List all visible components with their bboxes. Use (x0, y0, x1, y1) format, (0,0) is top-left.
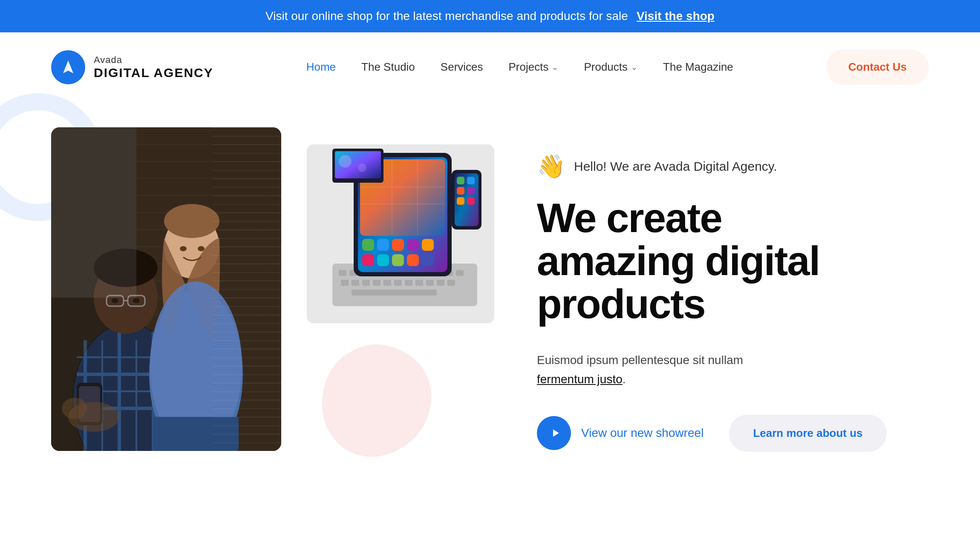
svg-point-46 (180, 246, 187, 251)
svg-rect-103 (467, 187, 475, 195)
nav-item-magazine[interactable]: The Magazine (663, 60, 733, 74)
svg-rect-100 (457, 177, 464, 184)
device-photo (307, 144, 494, 323)
svg-rect-91 (422, 239, 434, 251)
logo-brand: Avada (94, 55, 213, 66)
svg-rect-77 (447, 280, 455, 286)
hero-section: S (0, 102, 980, 498)
svg-rect-88 (377, 239, 389, 251)
svg-rect-101 (467, 177, 475, 184)
device-inner (307, 144, 494, 323)
hero-image-middle (307, 127, 494, 464)
svg-point-37 (133, 298, 140, 303)
hero-headline: We create amazing digital products (537, 197, 929, 325)
svg-rect-104 (457, 197, 464, 205)
svg-rect-96 (422, 254, 434, 266)
hero-greeting: 👋 Hello! We are Avada Digital Agency. (537, 153, 929, 180)
svg-rect-92 (362, 254, 374, 266)
svg-rect-102 (457, 187, 464, 195)
svg-rect-73 (405, 280, 412, 286)
chevron-down-icon: ⌄ (631, 63, 637, 72)
svg-rect-49 (153, 417, 239, 451)
svg-rect-72 (394, 280, 402, 286)
learn-more-button[interactable]: Learn more about us (729, 415, 886, 452)
logo-icon (51, 50, 85, 84)
nav-item-projects[interactable]: Projects ⌄ (509, 60, 559, 74)
svg-point-45 (164, 204, 219, 238)
play-icon (537, 416, 571, 450)
blob-shape (307, 336, 443, 464)
svg-rect-105 (467, 197, 475, 205)
svg-rect-66 (456, 270, 464, 276)
svg-rect-90 (407, 239, 419, 251)
nav-item-home[interactable]: Home (306, 60, 336, 74)
logo-agency-name: DIGITAL AGENCY (94, 66, 213, 80)
svg-rect-55 (339, 270, 346, 276)
hero-actions: View our new showreel Learn more about u… (537, 415, 929, 452)
svg-point-110 (358, 164, 366, 172)
logo-text: Avada DIGITAL AGENCY (94, 55, 213, 80)
svg-rect-87 (362, 239, 374, 251)
svg-rect-76 (437, 280, 444, 286)
svg-point-47 (198, 246, 205, 251)
svg-rect-95 (407, 254, 419, 266)
showreel-button[interactable]: View our new showreel (537, 416, 703, 450)
svg-rect-75 (426, 280, 434, 286)
banner-message: Visit our online shop for the latest mer… (265, 9, 628, 23)
svg-rect-71 (383, 280, 391, 286)
people-photo: S (51, 127, 281, 451)
shop-link[interactable]: Visit the shop (637, 9, 715, 23)
svg-rect-52 (51, 127, 136, 298)
logo[interactable]: Avada DIGITAL AGENCY (51, 50, 213, 84)
main-nav: Home The Studio Services Projects ⌄ Prod… (306, 60, 733, 74)
svg-rect-67 (341, 280, 349, 286)
contact-button[interactable]: Contact Us (826, 49, 929, 85)
svg-rect-74 (415, 280, 423, 286)
svg-rect-69 (362, 280, 370, 286)
top-banner: Visit our online shop for the latest mer… (0, 0, 980, 32)
nav-item-studio[interactable]: The Studio (361, 60, 415, 74)
svg-rect-68 (352, 280, 359, 286)
svg-rect-94 (392, 254, 404, 266)
hero-description: Euismod ipsum pellentesque sit nullam fe… (537, 351, 750, 389)
svg-point-109 (339, 155, 352, 168)
svg-rect-78 (352, 290, 437, 296)
greeting-text: Hello! We are Avada Digital Agency. (574, 159, 777, 174)
nav-item-products[interactable]: Products ⌄ (584, 60, 637, 74)
people-image: S (51, 127, 281, 451)
hero-image-left: S (51, 127, 281, 451)
svg-point-36 (112, 298, 118, 303)
header: Avada DIGITAL AGENCY Home The Studio Ser… (0, 32, 980, 102)
fermentum-link[interactable]: fermentum justo (537, 373, 623, 386)
svg-rect-89 (392, 239, 404, 251)
showreel-label: View our new showreel (581, 426, 703, 440)
svg-rect-70 (373, 280, 380, 286)
svg-rect-93 (377, 254, 389, 266)
wave-emoji: 👋 (537, 153, 565, 180)
nav-item-services[interactable]: Services (441, 60, 483, 74)
svg-point-51 (62, 398, 87, 419)
chevron-down-icon: ⌄ (552, 63, 558, 72)
hero-content: 👋 Hello! We are Avada Digital Agency. We… (520, 127, 929, 452)
